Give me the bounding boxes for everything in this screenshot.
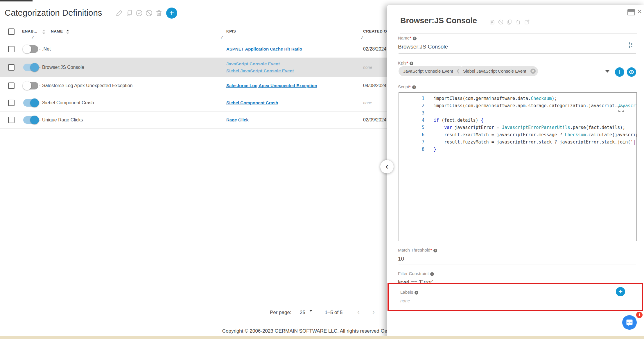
enabled-toggle-off[interactable]: [23, 82, 38, 89]
kpi-link[interactable]: Siebel Component Crash: [226, 99, 278, 106]
add-definition-button[interactable]: +: [166, 8, 177, 19]
enabled-toggle-on[interactable]: [23, 116, 38, 124]
edit-icon[interactable]: [524, 19, 530, 25]
delete-icon[interactable]: [515, 19, 521, 25]
bottom-strip: [0, 336, 644, 339]
divider: [400, 33, 637, 33]
browser-bar-fragment: [0, 0, 33, 1]
add-label-button[interactable]: +: [616, 287, 625, 296]
kpi-chip[interactable]: Siebel JavaScript Console Event ✕: [458, 66, 538, 76]
enabled-toggle-on[interactable]: [23, 64, 38, 71]
toggle-knob: [30, 63, 39, 72]
row-dot-icon: [40, 103, 40, 103]
bars-icon[interactable]: [629, 42, 633, 48]
enabled-toggle-on[interactable]: [23, 99, 38, 107]
match-threshold-input[interactable]: 10: [398, 256, 404, 262]
per-page-select[interactable]: 25: [300, 310, 305, 315]
kpi-link[interactable]: Siebel JavaScript Console Event: [226, 67, 294, 74]
sort-asc-active-icon[interactable]: [66, 30, 69, 31]
info-icon: i: [433, 249, 437, 252]
chevron-down-icon[interactable]: [309, 310, 313, 312]
chevron-down-icon[interactable]: [605, 70, 609, 73]
info-icon: i: [413, 37, 417, 40]
code-line: 8}: [399, 146, 636, 153]
row-dot-icon: [40, 67, 40, 68]
code-text: result.fuzzyMatch = javascriptError.stac…: [434, 139, 637, 146]
code-text: var javascriptError = JavascriptErrorPar…: [434, 124, 625, 131]
code-line: 7 result.fuzzyMatch = javascriptError.st…: [399, 139, 636, 146]
maximize-window-icon[interactable]: [627, 9, 635, 15]
kpis-cell: JavaScript Console EventSiebel JavaScrip…: [226, 60, 294, 74]
created-on-cell: 04/08/2024 0: [363, 83, 390, 88]
row-checkbox[interactable]: [8, 117, 15, 123]
kpi-chip[interactable]: JavaScript Console Event ✕: [399, 66, 465, 76]
kpi-link[interactable]: Salesforce Log Apex Unexpected Exception: [226, 82, 317, 89]
close-icon[interactable]: ✕: [637, 8, 642, 15]
code-text: importClass(com.germainsoftware.data.Che…: [434, 95, 557, 102]
code-text: result.exactMatch = javascriptError.mess…: [434, 131, 637, 139]
line-number: 8: [399, 146, 424, 153]
row-checkbox[interactable]: [8, 64, 15, 71]
line-number: 4: [399, 117, 424, 124]
row-checkbox[interactable]: [8, 100, 15, 106]
row-checkbox[interactable]: [8, 82, 15, 89]
collapse-panel-button[interactable]: ‹: [380, 160, 394, 173]
detail-panel: Browser:JS Console ✕ Name*i Browser:JS C…: [387, 5, 644, 339]
code-line: 5 var javascriptError = JavascriptErrorP…: [399, 124, 636, 131]
approve-icon[interactable]: [135, 9, 143, 17]
next-page-button[interactable]: ›: [372, 308, 375, 316]
toggle-knob: [23, 81, 31, 90]
info-icon: i: [430, 272, 434, 276]
code-line: 4if (fact.details) {: [399, 117, 636, 124]
line-number: 3: [399, 110, 424, 117]
definition-name: Siebel:Component Crash: [42, 100, 94, 105]
duplicate-icon[interactable]: [507, 19, 512, 25]
column-header-name[interactable]: NAME: [51, 29, 63, 33]
disable-icon[interactable]: [145, 9, 153, 17]
sort-desc-icon[interactable]: [66, 33, 69, 34]
labels-value[interactable]: none: [400, 298, 410, 303]
per-page-label: Per page:: [270, 310, 291, 315]
view-kpi-button[interactable]: [627, 67, 636, 77]
match-threshold-label: Match Threshold*i: [398, 247, 437, 252]
save-icon[interactable]: [489, 19, 495, 25]
line-number: 1: [399, 95, 424, 102]
column-header-created[interactable]: CREATED ON: [363, 29, 390, 33]
kpis-field-label: Kpis*i: [398, 60, 413, 65]
sort-desc-icon[interactable]: [42, 33, 45, 34]
prev-page-button[interactable]: ‹: [357, 308, 360, 316]
field-underline: [399, 265, 636, 265]
select-all-checkbox[interactable]: [8, 28, 15, 35]
field-underline: [399, 53, 636, 53]
code-text: if (fact.details) {: [434, 117, 484, 124]
add-kpi-button[interactable]: +: [615, 67, 624, 77]
enabled-toggle-off[interactable]: [23, 45, 38, 53]
line-number: 7: [399, 139, 424, 146]
name-field-label: Name*i: [398, 35, 417, 40]
definition-name: Browser:JS Console: [42, 65, 84, 70]
toggle-knob: [23, 45, 31, 53]
row-checkbox[interactable]: [8, 46, 15, 52]
created-on-cell: 02/28/2024 0: [363, 46, 390, 52]
labels-field-label: Labelsi: [400, 290, 418, 295]
disable-icon[interactable]: [498, 19, 504, 25]
name-field-input[interactable]: Browser:JS Console: [398, 44, 448, 50]
kpi-link[interactable]: Rage Click: [226, 116, 249, 123]
kpi-link[interactable]: ASPNET Application Cache Hit Ratio: [226, 46, 302, 53]
script-code-editor[interactable]: 1importClass(com.germainsoftware.data.Ch…: [399, 92, 637, 241]
chat-launcher-button[interactable]: [622, 315, 637, 330]
row-dot-icon: [40, 49, 40, 50]
sort-asc-icon[interactable]: [42, 30, 45, 31]
edit-icon[interactable]: [116, 9, 123, 17]
column-header-kpis[interactable]: KPIS: [226, 29, 236, 33]
code-line: 2importClass(com.germainsoftware.apm.sto…: [399, 102, 636, 110]
kpi-link[interactable]: JavaScript Console Event: [226, 60, 294, 67]
duplicate-icon[interactable]: [125, 9, 133, 17]
definition-name: .Net: [42, 46, 51, 52]
field-underline: [399, 78, 609, 78]
remove-chip-icon[interactable]: ✕: [530, 69, 536, 74]
code-text: importClass(com.germainsoftware.apm.stor…: [434, 102, 637, 110]
delete-icon[interactable]: [155, 9, 163, 17]
column-header-enabled[interactable]: ENAB...: [22, 29, 37, 33]
kpis-cell: Salesforce Log Apex Unexpected Exception: [226, 82, 317, 89]
